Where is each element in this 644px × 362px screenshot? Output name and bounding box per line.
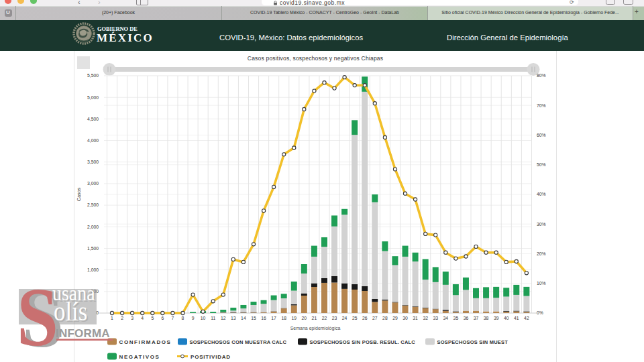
svg-text:SOSPECHOSOS SIN POSB. RESUL. C: SOSPECHOSOS SIN POSB. RESUL. CALC <box>310 339 416 345</box>
svg-text:18: 18 <box>281 316 286 320</box>
svg-text:70%: 70% <box>537 103 546 108</box>
svg-text:38: 38 <box>484 316 489 320</box>
svg-text:35: 35 <box>453 316 459 320</box>
svg-text:20: 20 <box>302 316 307 320</box>
svg-text:12: 12 <box>221 316 226 320</box>
svg-text:37: 37 <box>474 316 479 320</box>
svg-text:0%: 0% <box>537 310 543 315</box>
svg-text:2: 2 <box>121 316 123 320</box>
svg-text:32: 32 <box>423 316 428 320</box>
svg-text:34: 34 <box>443 316 449 320</box>
svg-text:39: 39 <box>494 316 499 320</box>
svg-text:15: 15 <box>251 316 256 320</box>
svg-text:1,000: 1,000 <box>87 267 99 272</box>
svg-text:21: 21 <box>312 316 317 320</box>
svg-text:2,500: 2,500 <box>87 202 99 207</box>
svg-text:Semana epidemiológica: Semana epidemiológica <box>290 326 341 331</box>
svg-text:3,000: 3,000 <box>87 181 99 186</box>
svg-text:7: 7 <box>172 316 174 320</box>
svg-text:10: 10 <box>201 316 206 320</box>
svg-text:1: 1 <box>111 316 113 320</box>
svg-text:SOSPECHOSOS CON MUESTRA CALC: SOSPECHOSOS CON MUESTRA CALC <box>190 339 287 345</box>
svg-text:30: 30 <box>402 316 408 320</box>
svg-text:24: 24 <box>342 316 347 320</box>
svg-text:50%: 50% <box>537 162 546 167</box>
svg-text:Casos positivos, sospechosos y: Casos positivos, sospechosos y negativos… <box>248 55 383 62</box>
svg-text:23: 23 <box>332 316 337 320</box>
svg-text:41: 41 <box>514 316 519 320</box>
svg-text:30%: 30% <box>537 222 546 227</box>
svg-text:22: 22 <box>322 316 327 320</box>
svg-text:5: 5 <box>151 316 154 320</box>
svg-text:3,500: 3,500 <box>87 160 99 164</box>
svg-text:40: 40 <box>504 316 509 320</box>
svg-text:1,500: 1,500 <box>87 246 99 251</box>
svg-text:80%: 80% <box>537 73 546 78</box>
svg-text:CONFIRMADOS: CONFIRMADOS <box>119 339 172 345</box>
svg-text:INFORMA: INFORMA <box>56 327 110 340</box>
svg-text:4: 4 <box>141 316 144 320</box>
svg-text:4,500: 4,500 <box>87 117 99 121</box>
svg-text:16: 16 <box>261 316 266 320</box>
svg-text:42: 42 <box>524 316 529 320</box>
svg-text:29: 29 <box>392 316 398 320</box>
svg-text:11: 11 <box>211 316 215 320</box>
svg-text:36: 36 <box>464 316 469 320</box>
svg-text:13: 13 <box>231 316 236 320</box>
svg-text:5,000: 5,000 <box>87 95 99 100</box>
svg-text:26: 26 <box>362 316 368 320</box>
svg-text:25: 25 <box>352 316 358 320</box>
svg-text:17: 17 <box>271 316 276 320</box>
svg-text:14: 14 <box>241 316 246 320</box>
svg-text:4,000: 4,000 <box>87 138 99 143</box>
svg-text:27: 27 <box>372 316 378 320</box>
svg-text:5,500: 5,500 <box>87 73 99 78</box>
svg-text:2,000: 2,000 <box>87 225 99 229</box>
svg-text:NEGATIVOS: NEGATIVOS <box>119 354 160 360</box>
svg-text:8: 8 <box>182 316 184 320</box>
svg-text:3: 3 <box>131 316 133 320</box>
svg-text:10%: 10% <box>537 281 546 286</box>
svg-text:9: 9 <box>192 316 195 320</box>
svg-text:20%: 20% <box>537 251 546 256</box>
svg-text:19: 19 <box>292 316 297 320</box>
svg-text:olís: olís <box>54 296 87 326</box>
svg-text:60%: 60% <box>537 133 546 137</box>
svg-text:33: 33 <box>433 316 438 320</box>
svg-text:28: 28 <box>382 316 388 320</box>
svg-text:SOSPECHOSOS SIN MUEST: SOSPECHOSOS SIN MUEST <box>437 339 508 345</box>
svg-text:40%: 40% <box>537 192 546 196</box>
svg-text:POSITIVIDAD: POSITIVIDAD <box>191 354 231 360</box>
svg-text:Casos: Casos <box>76 188 81 201</box>
svg-text:6: 6 <box>161 316 164 320</box>
svg-text:31: 31 <box>413 316 418 320</box>
